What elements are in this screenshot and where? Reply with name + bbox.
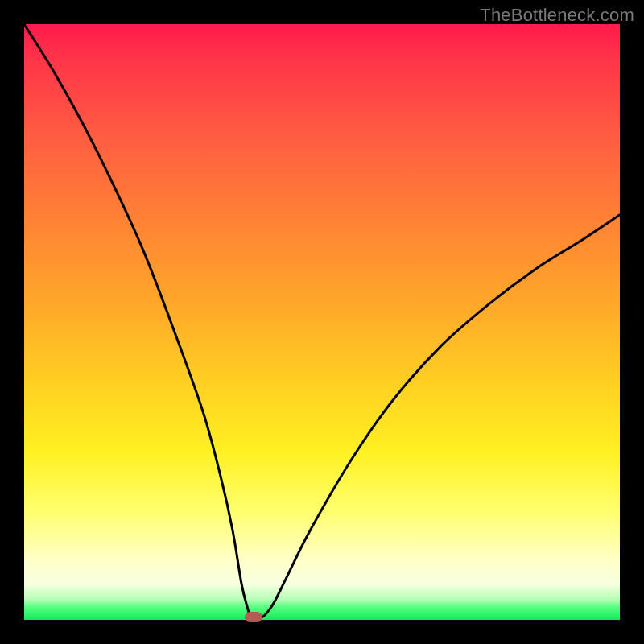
bottleneck-curve <box>24 24 620 620</box>
chart-frame: TheBottleneck.com <box>0 0 644 644</box>
plot-area <box>24 24 620 620</box>
min-marker <box>245 612 262 622</box>
watermark-text: TheBottleneck.com <box>480 5 634 26</box>
